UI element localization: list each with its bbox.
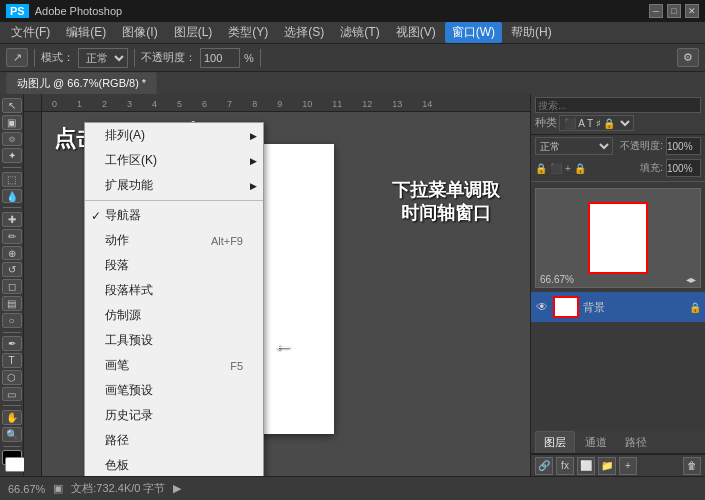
layers-section: 66.67% ◂▸ 👁 背景 🔒 bbox=[531, 184, 705, 430]
fill-label: 填充: bbox=[640, 161, 663, 175]
tool-eyedrop[interactable]: 💧 bbox=[2, 189, 22, 204]
link-layers-btn[interactable]: 🔗 bbox=[535, 457, 553, 475]
tool-stamp[interactable]: ⊕ bbox=[2, 246, 22, 261]
tool-path[interactable]: ⬡ bbox=[2, 370, 22, 385]
tool-hand[interactable]: ✋ bbox=[2, 410, 22, 425]
tool-zoom[interactable]: 🔍 bbox=[2, 427, 22, 442]
delete-layer-btn[interactable]: 🗑 bbox=[683, 457, 701, 475]
tool-marquee[interactable]: ▣ bbox=[2, 115, 22, 130]
status-arrow[interactable]: ▶ bbox=[173, 482, 181, 495]
panel-separator bbox=[531, 181, 705, 182]
menu-type[interactable]: 类型(Y) bbox=[221, 22, 275, 43]
new-layer-btn[interactable]: + bbox=[619, 457, 637, 475]
ruler-vertical bbox=[24, 112, 42, 476]
panel-search-row bbox=[535, 97, 701, 113]
tool-wand[interactable]: ✦ bbox=[2, 148, 22, 163]
lock-move: + bbox=[565, 163, 571, 174]
layer-lock-icon: 🔒 bbox=[689, 302, 701, 313]
window-dropdown-menu: 排列(A) 工作区(K) 扩展功能 导航器 动作Alt+F9 段落 段落样式 仿… bbox=[84, 122, 264, 476]
panel-search-input[interactable] bbox=[535, 97, 701, 113]
tool-text[interactable]: T bbox=[2, 353, 22, 368]
app-title: Adobe Photoshop bbox=[35, 5, 122, 17]
menu-history[interactable]: 历史记录 bbox=[85, 403, 263, 428]
menu-paragraph-style[interactable]: 段落样式 bbox=[85, 278, 263, 303]
fill-row: 🔒 ⬛ + 🔒 填充: bbox=[531, 157, 705, 179]
minimize-button[interactable]: ─ bbox=[649, 4, 663, 18]
fill-panel-input[interactable] bbox=[666, 159, 701, 177]
main-area: ↖ ▣ ⌾ ✦ ⬚ 💧 ✚ ✏ ⊕ ↺ ◻ ▤ ○ ✒ T ⬡ ▭ ✋ 🔍 01… bbox=[0, 94, 705, 476]
status-indicator: ▣ bbox=[53, 482, 63, 495]
doc-tab-active[interactable]: 动图儿 @ 66.7%(RGB/8) * bbox=[6, 72, 157, 94]
toolbar-separator bbox=[34, 49, 35, 67]
tab-channels[interactable]: 通道 bbox=[577, 432, 615, 453]
menu-navigator[interactable]: 导航器 bbox=[85, 203, 263, 228]
ruler-ticks-h: 01234567891011121314 bbox=[42, 99, 432, 109]
document-tabs: 动图儿 @ 66.7%(RGB/8) * bbox=[0, 72, 705, 94]
opacity-panel-input[interactable] bbox=[666, 137, 701, 155]
menu-tool-preset[interactable]: 工具预设 bbox=[85, 328, 263, 353]
right-panels: 种类 ⬛ A T ♯ 🔒 正常 不透明度: 🔒 ⬛ + 🔒 填充: bbox=[530, 94, 705, 476]
tool-icon[interactable]: ↗ bbox=[6, 48, 28, 67]
status-bar: 66.67% ▣ 文档:732.4K/0 字节 ▶ bbox=[0, 476, 705, 500]
menu-select[interactable]: 选择(S) bbox=[277, 22, 331, 43]
menu-paths[interactable]: 路径 bbox=[85, 428, 263, 453]
bg-color[interactable] bbox=[5, 457, 25, 472]
menu-extensions[interactable]: 扩展功能 bbox=[85, 173, 263, 198]
lock-px: ⬛ bbox=[550, 163, 562, 174]
tool-brush[interactable]: ✏ bbox=[2, 229, 22, 244]
tool-heal[interactable]: ✚ bbox=[2, 212, 22, 227]
menu-bar: 文件(F) 编辑(E) 图像(I) 图层(L) 类型(Y) 选择(S) 滤镜(T… bbox=[0, 22, 705, 44]
tool-separator-5 bbox=[3, 446, 21, 447]
menu-filter[interactable]: 滤镜(T) bbox=[333, 22, 386, 43]
add-style-btn[interactable]: fx bbox=[556, 457, 574, 475]
annotation-dropdown: 下拉菜单调取时间轴窗口 bbox=[392, 179, 500, 226]
extra-options[interactable]: ⚙ bbox=[677, 48, 699, 67]
close-button[interactable]: ✕ bbox=[685, 4, 699, 18]
menu-window[interactable]: 窗口(W) bbox=[445, 22, 502, 43]
tool-crop[interactable]: ⬚ bbox=[2, 172, 22, 187]
tab-layers[interactable]: 图层 bbox=[535, 431, 575, 453]
menu-brush-preset[interactable]: 画笔预设 bbox=[85, 378, 263, 403]
tool-eraser[interactable]: ◻ bbox=[2, 279, 22, 294]
tool-pen[interactable]: ✒ bbox=[2, 336, 22, 351]
layer-item-background[interactable]: 👁 背景 🔒 bbox=[531, 292, 705, 322]
tab-paths[interactable]: 路径 bbox=[617, 432, 655, 453]
tool-lasso[interactable]: ⌾ bbox=[2, 132, 22, 147]
menu-view[interactable]: 视图(V) bbox=[389, 22, 443, 43]
panel-filter-row: 种类 ⬛ A T ♯ 🔒 bbox=[535, 115, 701, 131]
menu-workspace[interactable]: 工作区(K) bbox=[85, 148, 263, 173]
menu-help[interactable]: 帮助(H) bbox=[504, 22, 559, 43]
opacity-input[interactable] bbox=[200, 48, 240, 68]
menu-brush[interactable]: 画笔F5 bbox=[85, 353, 263, 378]
canvas-area: 01234567891011121314 点击窗口 ↗ 排列(A) 工作区(K)… bbox=[24, 94, 530, 476]
layers-bottom-bar: 🔗 fx ⬜ 📁 + 🗑 bbox=[531, 454, 705, 476]
tool-blur[interactable]: ○ bbox=[2, 313, 22, 328]
panel-search-area: 种类 ⬛ A T ♯ 🔒 bbox=[531, 94, 705, 135]
tool-gradient[interactable]: ▤ bbox=[2, 296, 22, 311]
menu-edit[interactable]: 编辑(E) bbox=[59, 22, 113, 43]
blending-row: 正常 不透明度: bbox=[531, 135, 705, 157]
menu-swatches[interactable]: 色板 bbox=[85, 453, 263, 476]
tool-history[interactable]: ↺ bbox=[2, 262, 22, 277]
layer-visibility-icon[interactable]: 👁 bbox=[535, 300, 549, 314]
menu-clone-source[interactable]: 仿制源 bbox=[85, 303, 263, 328]
filter-kind-select[interactable]: ⬛ A T ♯ 🔒 bbox=[559, 115, 634, 131]
menu-file[interactable]: 文件(F) bbox=[4, 22, 57, 43]
menu-arrange[interactable]: 排列(A) bbox=[85, 123, 263, 148]
filter-label: 种类 bbox=[535, 115, 557, 131]
add-mask-btn[interactable]: ⬜ bbox=[577, 457, 595, 475]
menu-paragraph[interactable]: 段落 bbox=[85, 253, 263, 278]
menu-layer[interactable]: 图层(L) bbox=[167, 22, 220, 43]
lock-icons: 🔒 ⬛ + 🔒 bbox=[535, 163, 586, 174]
menu-actions[interactable]: 动作Alt+F9 bbox=[85, 228, 263, 253]
mode-select[interactable]: 正常 bbox=[78, 48, 128, 68]
title-bar-left: PS Adobe Photoshop bbox=[6, 4, 122, 18]
blending-select[interactable]: 正常 bbox=[535, 137, 613, 155]
tool-move[interactable]: ↖ bbox=[2, 98, 22, 113]
maximize-button[interactable]: □ bbox=[667, 4, 681, 18]
tool-shape[interactable]: ▭ bbox=[2, 387, 22, 402]
mini-preview-area: 66.67% ◂▸ bbox=[535, 188, 701, 288]
menu-image[interactable]: 图像(I) bbox=[115, 22, 164, 43]
new-group-btn[interactable]: 📁 bbox=[598, 457, 616, 475]
lock-all: 🔒 bbox=[574, 163, 586, 174]
